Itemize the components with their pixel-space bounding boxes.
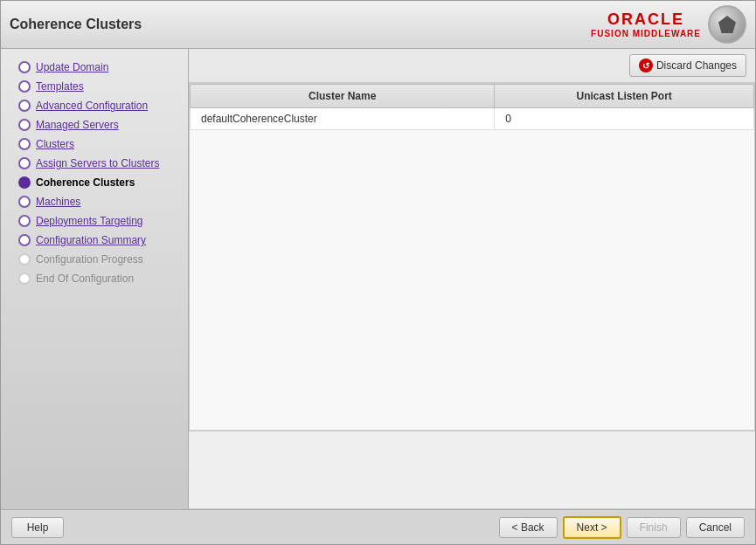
oracle-text: ORACLE: [607, 10, 684, 29]
sidebar-item-templates[interactable]: Templates: [1, 77, 188, 96]
cell-unicast-listen-port: 0: [495, 108, 754, 130]
sidebar-item-coherence-clusters[interactable]: Coherence Clusters: [1, 173, 188, 192]
oracle-sphere-icon: [708, 5, 746, 44]
oracle-logo: ORACLE FUSION MIDDLEWARE: [591, 10, 701, 38]
table-header-row: Cluster Name Unicast Listen Port: [191, 85, 754, 108]
nav-bullet-machines: [18, 196, 31, 208]
nav-bullet-configuration-progress: [18, 253, 31, 266]
finish-button[interactable]: Finish: [627, 517, 681, 538]
sidebar-item-configuration-progress: Configuration Progress: [1, 250, 188, 269]
bottom-panel: [189, 431, 755, 509]
sidebar-item-assign-servers-to-clusters[interactable]: Assign Servers to Clusters: [1, 154, 188, 173]
cancel-button[interactable]: Cancel: [686, 517, 745, 538]
cell-cluster-name: defaultCoherenceCluster: [191, 108, 495, 130]
cluster-table: Cluster Name Unicast Listen Port default…: [190, 84, 754, 130]
footer-left: Help: [11, 517, 64, 538]
sidebar-item-clusters[interactable]: Clusters: [1, 135, 188, 154]
cluster-table-area: Cluster Name Unicast Listen Port default…: [189, 83, 755, 431]
nav-bullet-advanced-configuration: [18, 100, 31, 112]
header: Coherence Clusters ORACLE FUSION MIDDLEW…: [1, 1, 755, 49]
page-title: Coherence Clusters: [10, 17, 142, 32]
sidebar: Update Domain Templates Advanced Configu…: [1, 49, 189, 509]
nav-bullet-configuration-summary: [18, 234, 31, 246]
nav-bullet-managed-servers: [18, 119, 31, 131]
next-button[interactable]: Next >: [563, 516, 621, 539]
sidebar-item-update-domain[interactable]: Update Domain: [1, 58, 188, 77]
nav-bullet-end-of-configuration: [18, 272, 31, 285]
sidebar-item-machines[interactable]: Machines: [1, 192, 188, 211]
table-row[interactable]: defaultCoherenceCluster 0: [191, 108, 754, 130]
discard-icon: ↺: [639, 59, 653, 72]
oracle-sphere-inner-icon: [718, 16, 736, 33]
oracle-sub: FUSION MIDDLEWARE: [591, 29, 701, 38]
oracle-badge: ORACLE FUSION MIDDLEWARE: [591, 5, 746, 44]
nav-bullet-coherence-clusters: [18, 176, 31, 189]
nav-bullet-update-domain: [18, 61, 31, 73]
footer-right: < Back Next > Finish Cancel: [499, 516, 745, 539]
column-header-unicast-listen-port: Unicast Listen Port: [495, 85, 754, 108]
content-area: Update Domain Templates Advanced Configu…: [1, 49, 755, 509]
sidebar-item-configuration-summary[interactable]: Configuration Summary: [1, 231, 188, 250]
nav-bullet-assign-servers-to-clusters: [18, 157, 31, 169]
main-window: Coherence Clusters ORACLE FUSION MIDDLEW…: [0, 0, 756, 545]
sidebar-item-deployments-targeting[interactable]: Deployments Targeting: [1, 211, 188, 231]
sidebar-item-managed-servers[interactable]: Managed Servers: [1, 115, 188, 135]
nav-bullet-deployments-targeting: [18, 215, 31, 227]
main-panel: ↺ Discard Changes Cluster Name Unicast L…: [189, 49, 755, 509]
column-header-cluster-name: Cluster Name: [191, 85, 495, 108]
back-button[interactable]: < Back: [499, 517, 558, 538]
help-button[interactable]: Help: [11, 517, 64, 538]
sidebar-item-end-of-configuration: End Of Configuration: [1, 269, 188, 288]
footer: Help < Back Next > Finish Cancel: [1, 509, 755, 544]
nav-bullet-clusters: [18, 138, 31, 150]
discard-changes-button[interactable]: ↺ Discard Changes: [629, 54, 746, 77]
panel-toolbar: ↺ Discard Changes: [189, 49, 755, 83]
sidebar-item-advanced-configuration[interactable]: Advanced Configuration: [1, 96, 188, 115]
nav-bullet-templates: [18, 80, 31, 93]
